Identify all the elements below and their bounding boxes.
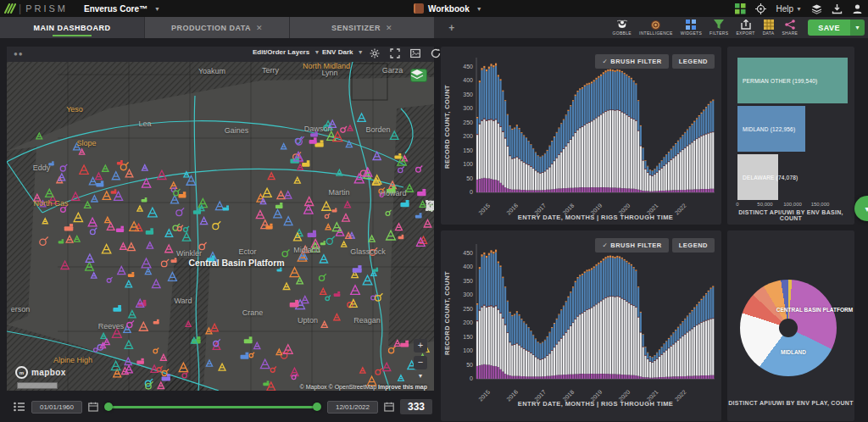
workbook-icon (414, 3, 424, 14)
prism-wordmark: PRISM (25, 3, 68, 14)
stacked-bar-chart[interactable]: 0501001502002503003504004502015201620172… (441, 51, 721, 228)
axis-tick: 150,000 (811, 202, 830, 207)
add-tab-button[interactable]: + (435, 17, 470, 38)
map-label: Winkler (176, 249, 202, 258)
svg-text:300: 300 (463, 292, 473, 297)
mapbox-icon: m (15, 366, 28, 379)
axis-tick: 0 (736, 202, 738, 207)
zoom-caret-icon[interactable]: ▼ (418, 373, 424, 379)
rigs-chart-panel-2: ✓BRUSH FILTER LEGEND 0501001502002503003… (441, 230, 721, 421)
map-label: Ward (174, 297, 192, 305)
start-date-input[interactable]: 01/01/1960 (31, 401, 82, 414)
map-label: Crane (242, 308, 264, 317)
gobble-button[interactable]: GOBBLE (613, 19, 632, 36)
layers-stack-icon[interactable] (811, 3, 822, 14)
calendar-icon[interactable] (88, 402, 98, 412)
refresh-icon[interactable] (431, 48, 441, 58)
tab-sensitizer[interactable]: SENSITIZER✕ (290, 17, 435, 38)
tab-main-dashboard[interactable]: MAIN DASHBOARD (0, 17, 145, 38)
svg-text:100: 100 (463, 347, 473, 353)
map-attribution: © Mapbox © OpenStreetMap Improve this ma… (300, 384, 427, 390)
save-button[interactable]: SAVE ▼ (808, 19, 865, 36)
fullscreen-icon[interactable] (390, 48, 400, 58)
map-label: North Gas (33, 199, 68, 208)
basin-bar-midland[interactable]: MIDLAND (122,956) (737, 106, 805, 152)
map-scale-bar (17, 382, 58, 389)
improve-map-link[interactable]: Improve this map (378, 384, 427, 390)
basin-bar-delaware[interactable]: DELAWARE (74,078) (737, 154, 778, 200)
close-icon[interactable]: ✕ (386, 24, 392, 32)
check-icon: ✓ (602, 58, 608, 65)
end-date-input[interactable]: 12/01/2022 (327, 401, 378, 414)
pie-slice-label: MIDLAND (781, 349, 806, 355)
map-label: erson (11, 305, 31, 314)
svg-text:400: 400 (463, 264, 473, 269)
basemap-style-button[interactable]: ENV Dark ▼ (322, 48, 364, 56)
axis-tick: 50,000 (757, 202, 772, 207)
svg-text:150: 150 (463, 334, 473, 340)
drag-handle-icon[interactable]: ●● (14, 50, 24, 58)
pie-slice-label: CENTRAL BASIN PLATFORM (776, 307, 853, 313)
zoom-out-button[interactable]: − (414, 356, 427, 369)
timeline-menu-icon[interactable] (14, 402, 25, 412)
brush-filter-button[interactable]: ✓BRUSH FILTER (595, 54, 668, 69)
funnel-icon (714, 19, 724, 30)
mapbox-logo[interactable]: mmapbox (15, 366, 66, 379)
screenshot-icon[interactable] (410, 48, 420, 58)
basin-bar-permian-other[interactable]: PERMIAN OTHER (199,540) (737, 58, 848, 103)
map-label: Lynn (321, 69, 337, 77)
slider-handle-end[interactable] (313, 403, 321, 411)
workbook-selector[interactable]: Workbook ▼ (414, 3, 482, 14)
widgets-button[interactable]: WIDGETS (681, 19, 702, 36)
share-button[interactable]: SHARE (782, 19, 798, 36)
slider-track[interactable] (108, 406, 318, 408)
chevron-down-icon: ▼ (358, 49, 364, 55)
map-label: Midland (293, 246, 320, 254)
tab-production-data[interactable]: PRODUCTION DATA✕ (145, 17, 290, 38)
zoom-in-button[interactable]: + (414, 339, 427, 353)
svg-text:RECORD COUNT, COUNT: RECORD COUNT, COUNT (443, 85, 451, 169)
turkey-icon (616, 19, 628, 30)
close-icon[interactable]: ✕ (256, 24, 263, 32)
user-icon[interactable] (852, 3, 863, 14)
export-button[interactable]: EXPORT (736, 19, 754, 36)
settings-gear-icon[interactable] (370, 48, 380, 58)
svg-text:250: 250 (463, 306, 473, 312)
download-icon[interactable] (832, 3, 843, 14)
stacked-bar-chart[interactable]: 0501001502002503003504004502015201620172… (441, 237, 721, 414)
intelligence-button[interactable]: INTELLIGENCE (639, 19, 673, 36)
svg-text:400: 400 (463, 77, 473, 83)
product-selector[interactable]: Enverus Core™ (84, 4, 147, 14)
help-menu[interactable]: Help▼ (776, 4, 802, 14)
svg-text:2015: 2015 (477, 203, 491, 216)
recenter-icon[interactable] (426, 200, 434, 213)
date-range-slider[interactable] (104, 401, 321, 413)
calendar-icon[interactable] (384, 402, 394, 412)
apps-grid-icon[interactable] (735, 3, 746, 14)
edit-order-layers-button[interactable]: Edit/Order Layers ▼ (253, 48, 320, 56)
map-label: Reagan (353, 316, 381, 325)
brush-filter-button[interactable]: ✓BRUSH FILTER (595, 238, 668, 253)
play-chart-panel: CENTRAL BASIN PLATFORMMIDLAND DISTINCT A… (727, 230, 854, 421)
map-label: Upton (298, 316, 318, 325)
svg-text:450: 450 (463, 64, 473, 69)
data-button[interactable]: DATA (763, 19, 775, 36)
slider-handle-start[interactable] (104, 403, 113, 411)
bar-label: MIDLAND (122,956) (737, 126, 795, 132)
locate-icon[interactable] (755, 3, 766, 14)
share-icon (785, 19, 795, 30)
svg-text:50: 50 (466, 175, 473, 181)
divider: | (19, 3, 21, 14)
legend-button[interactable]: LEGEND (672, 54, 715, 69)
svg-text:350: 350 (463, 278, 473, 284)
feedback-fab-button[interactable]: ▾ (854, 196, 868, 221)
ribbon-toolbar: GOBBLE INTELLIGENCE WIDGETS FILTERS EXPO… (613, 17, 865, 38)
table-icon (764, 19, 774, 30)
map-canvas[interactable]: YoakumTerryNorth MidlandLynnGarzaYesoLea… (7, 62, 434, 391)
app-window: | PRISM Enverus Core™ ▼ Workbook ▼ Help▼… (0, 0, 868, 422)
save-dropdown[interactable]: ▼ (850, 19, 865, 36)
map-layers-icon[interactable] (410, 69, 424, 81)
legend-button[interactable]: LEGEND (672, 238, 715, 253)
filters-button[interactable]: FILTERS (709, 19, 728, 36)
map-label: Eddy (33, 164, 51, 172)
